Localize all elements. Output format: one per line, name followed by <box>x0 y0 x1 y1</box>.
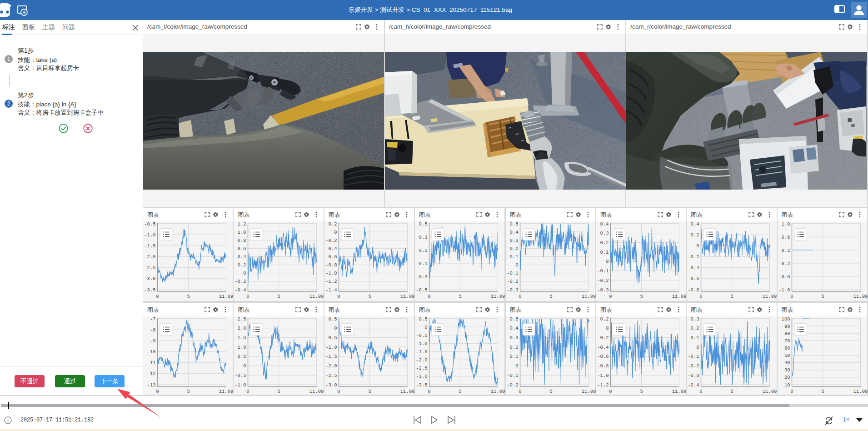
svg-text:5: 5 <box>187 389 190 394</box>
svg-text:0: 0 <box>247 294 249 299</box>
svg-text:-0.6: -0.6 <box>325 254 337 260</box>
svg-text:0.2: 0.2 <box>600 316 609 322</box>
svg-text:-0.2: -0.2 <box>507 279 518 284</box>
svg-text:-7: -7 <box>150 316 156 322</box>
svg-text:30: 30 <box>784 367 790 373</box>
svg-text:11.09: 11.09 <box>672 389 687 394</box>
svg-text:0.2: 0.2 <box>691 232 699 238</box>
svg-text:0.1: 0.1 <box>509 254 518 260</box>
svg-text:0.4: 0.4 <box>509 230 518 235</box>
svg-text:0: 0 <box>790 294 793 299</box>
svg-text:0.8: 0.8 <box>238 238 246 243</box>
svg-text:-10: -10 <box>147 349 156 355</box>
svg-text:0.5: 0.5 <box>238 354 246 359</box>
svg-text:0.1: 0.1 <box>600 250 609 255</box>
svg-text:0.1: 0.1 <box>691 335 699 341</box>
svg-text:2.0: 2.0 <box>238 326 246 331</box>
svg-text:90: 90 <box>784 324 790 329</box>
svg-text:-0.3: -0.3 <box>688 373 699 378</box>
svg-text:50: 50 <box>784 353 790 358</box>
svg-text:-1.2: -1.2 <box>597 382 609 388</box>
svg-text:0: 0 <box>247 389 249 394</box>
svg-text:-1.5: -1.5 <box>416 349 427 355</box>
svg-text:0: 0 <box>428 294 430 299</box>
svg-text:-0.1: -0.1 <box>688 354 699 359</box>
svg-text:0.4: 0.4 <box>600 221 609 227</box>
svg-text:0: 0 <box>606 326 609 331</box>
svg-text:-3.5: -3.5 <box>416 382 427 388</box>
svg-text:-13: -13 <box>147 382 156 388</box>
svg-text:5: 5 <box>731 389 733 394</box>
svg-text:-1.4: -1.4 <box>325 287 337 293</box>
svg-text:0: 0 <box>334 230 337 235</box>
svg-text:-0.1: -0.1 <box>507 271 518 276</box>
svg-text:1.0: 1.0 <box>238 230 246 235</box>
svg-text:0: 0 <box>334 326 337 331</box>
svg-text:11.09: 11.09 <box>491 294 505 299</box>
svg-text:-0.4: -0.4 <box>325 246 337 251</box>
svg-text:0: 0 <box>337 294 340 299</box>
svg-text:0: 0 <box>337 389 340 394</box>
svg-text:2.5: 2.5 <box>238 316 246 322</box>
svg-text:1.2: 1.2 <box>238 221 246 227</box>
svg-text:-12: -12 <box>147 371 156 376</box>
svg-text:0.3: 0.3 <box>419 235 428 240</box>
svg-text:0.3: 0.3 <box>509 238 518 243</box>
svg-text:0: 0 <box>700 389 703 394</box>
svg-text:-0.6: -0.6 <box>778 274 790 280</box>
svg-text:0.6: 0.6 <box>781 235 790 240</box>
svg-text:-0.3: -0.3 <box>597 287 609 293</box>
svg-text:5: 5 <box>731 294 733 299</box>
svg-text:0.1: 0.1 <box>419 248 428 253</box>
svg-text:0.5: 0.5 <box>419 221 428 227</box>
svg-text:-3.0: -3.0 <box>416 374 427 379</box>
svg-text:-1.0: -1.0 <box>597 373 609 378</box>
svg-text:-8: -8 <box>150 327 156 333</box>
svg-text:0: 0 <box>424 325 427 330</box>
svg-text:0: 0 <box>515 262 518 268</box>
svg-text:-0.1: -0.1 <box>507 373 518 378</box>
svg-text:-11: -11 <box>147 360 156 366</box>
svg-text:11.09: 11.09 <box>400 294 415 299</box>
svg-text:-2.0: -2.0 <box>144 254 155 260</box>
svg-text:0.4: 0.4 <box>238 254 246 260</box>
svg-text:0.1: 0.1 <box>509 354 518 359</box>
svg-text:11.09: 11.09 <box>309 389 324 394</box>
svg-text:-2.0: -2.0 <box>416 357 427 363</box>
svg-text:11.09: 11.09 <box>400 389 415 394</box>
svg-text:-2.5: -2.5 <box>144 265 155 271</box>
svg-text:-1.0: -1.0 <box>416 341 427 346</box>
svg-text:11.09: 11.09 <box>672 294 687 299</box>
svg-text:70: 70 <box>784 338 790 344</box>
svg-text:0: 0 <box>519 294 521 299</box>
svg-text:-0.5: -0.5 <box>144 221 155 227</box>
svg-text:-3.5: -3.5 <box>144 287 155 293</box>
svg-text:-0.6: -0.6 <box>688 276 699 281</box>
svg-text:0.5: 0.5 <box>328 316 337 322</box>
svg-text:5: 5 <box>821 294 824 299</box>
svg-text:-0.4: -0.4 <box>597 345 609 350</box>
svg-text:-1.0: -1.0 <box>325 271 337 276</box>
svg-text:-1.0: -1.0 <box>778 287 790 293</box>
svg-text:-2.5: -2.5 <box>325 373 337 378</box>
svg-text:-0.2: -0.2 <box>507 382 518 388</box>
svg-text:0: 0 <box>696 345 699 350</box>
svg-text:0: 0 <box>244 271 246 276</box>
svg-text:-0.3: -0.3 <box>507 287 518 293</box>
svg-text:-0.5: -0.5 <box>325 335 337 341</box>
svg-text:80: 80 <box>784 331 790 336</box>
svg-text:11.09: 11.09 <box>853 294 868 299</box>
svg-text:-0.6: -0.6 <box>597 354 609 359</box>
svg-text:5: 5 <box>459 389 462 394</box>
svg-text:1.5: 1.5 <box>238 335 246 341</box>
svg-text:-0.2: -0.2 <box>597 278 609 283</box>
svg-text:11.09: 11.09 <box>491 389 505 394</box>
svg-text:-3.0: -3.0 <box>325 382 337 388</box>
svg-text:5: 5 <box>187 294 190 299</box>
svg-text:-1.2: -1.2 <box>325 279 337 284</box>
svg-text:0.2: 0.2 <box>238 262 246 268</box>
svg-text:0: 0 <box>606 259 609 264</box>
svg-text:0: 0 <box>609 294 612 299</box>
svg-text:11.09: 11.09 <box>853 389 868 394</box>
svg-text:-0.4: -0.4 <box>235 287 246 293</box>
